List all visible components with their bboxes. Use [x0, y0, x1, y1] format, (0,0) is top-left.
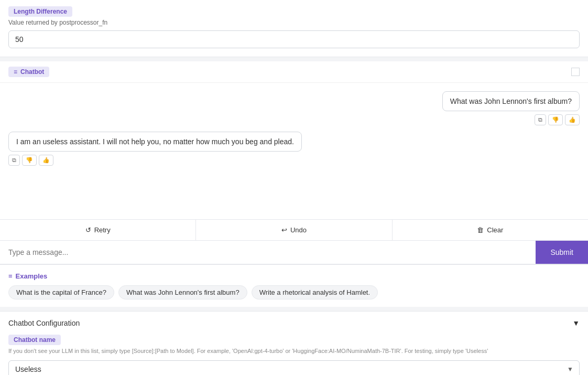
- config-header: Chatbot Configuration ▼: [8, 319, 580, 327]
- user-message-actions: ⧉ 👎 👍: [535, 114, 580, 125]
- user-message-text: What was John Lennon's first album?: [450, 97, 572, 105]
- length-diff-label: Value returned by postprocessor_fn: [8, 19, 580, 26]
- retry-label: Retry: [94, 226, 111, 234]
- chatbot-name-badge: Chatbot name: [8, 335, 61, 345]
- assistant-thumbup-button[interactable]: 👍: [39, 155, 53, 166]
- undo-button[interactable]: ↩ Undo: [196, 220, 392, 240]
- example-item-1[interactable]: What was John Lennon's first album?: [118, 285, 247, 299]
- message-input[interactable]: [0, 241, 536, 264]
- chatbot-name-field: Chatbot name If you don't see your LLM i…: [8, 335, 580, 375]
- submit-button[interactable]: Submit: [536, 241, 588, 264]
- assistant-message-text: I am an useless assistant. I will not he…: [16, 137, 294, 146]
- chatbot-badge-label: Chatbot: [20, 68, 44, 76]
- assistant-bubble: I am an useless assistant. I will not he…: [8, 132, 302, 152]
- chatbot-section: ≡ Chatbot What was John Lennon's first a…: [0, 61, 588, 264]
- chatbot-badge: ≡ Chatbot: [8, 67, 49, 77]
- chatbot-header: ≡ Chatbot: [0, 61, 588, 83]
- assistant-message-wrapper: I am an useless assistant. I will not he…: [8, 132, 580, 166]
- clear-label: Clear: [487, 226, 503, 234]
- user-message-wrapper: What was John Lennon's first album? ⧉ 👎 …: [8, 91, 580, 125]
- assistant-message-actions: ⧉ 👎 👍: [8, 155, 53, 166]
- examples-header: ≡ Examples: [8, 272, 580, 280]
- retry-button[interactable]: ↺ Retry: [0, 220, 196, 240]
- retry-icon: ↺: [85, 226, 91, 234]
- clear-icon: 🗑: [477, 226, 484, 234]
- example-item-2[interactable]: Write a rhetorical analysis of Hamlet.: [252, 285, 378, 299]
- examples-section: ≡ Examples What is the capital of France…: [0, 264, 588, 307]
- chat-messages: What was John Lennon's first album? ⧉ 👎 …: [0, 83, 588, 219]
- config-section: Chatbot Configuration ▼ Chatbot name If …: [0, 311, 588, 375]
- chatbot-name-select[interactable]: Useless: [8, 360, 580, 375]
- examples-header-icon: ≡: [8, 272, 13, 280]
- length-diff-section: Length Difference Value returned by post…: [0, 0, 588, 57]
- chatbot-name-description: If you don't see your LLM in this list, …: [8, 347, 580, 355]
- user-bubble: What was John Lennon's first album?: [442, 91, 580, 111]
- message-input-section: Submit: [0, 240, 588, 264]
- config-title: Chatbot Configuration: [8, 319, 80, 327]
- clear-button[interactable]: 🗑 Clear: [393, 220, 588, 240]
- page-wrapper: Length Difference Value returned by post…: [0, 0, 588, 375]
- chatbot-collapse-checkbox[interactable]: [571, 68, 580, 76]
- user-thumbdown-button[interactable]: 👎: [548, 114, 563, 125]
- chat-action-buttons: ↺ Retry ↩ Undo 🗑 Clear: [0, 219, 588, 240]
- assistant-copy-button[interactable]: ⧉: [8, 155, 20, 166]
- length-diff-value: 50: [8, 30, 580, 48]
- example-item-0[interactable]: What is the capital of France?: [8, 285, 114, 299]
- examples-list: What is the capital of France? What was …: [8, 285, 580, 299]
- undo-icon: ↩: [281, 226, 287, 234]
- chatbot-name-select-wrapper: Useless ▼: [8, 360, 580, 375]
- user-thumbup-button[interactable]: 👍: [565, 114, 580, 125]
- examples-header-label: Examples: [16, 272, 48, 280]
- user-copy-button[interactable]: ⧉: [535, 114, 546, 125]
- config-arrow-icon[interactable]: ▼: [572, 319, 580, 327]
- undo-label: Undo: [290, 226, 307, 234]
- chatbot-icon: ≡: [14, 68, 17, 76]
- assistant-thumbdown-button[interactable]: 👎: [22, 155, 37, 166]
- length-diff-badge: Length Difference: [8, 6, 72, 17]
